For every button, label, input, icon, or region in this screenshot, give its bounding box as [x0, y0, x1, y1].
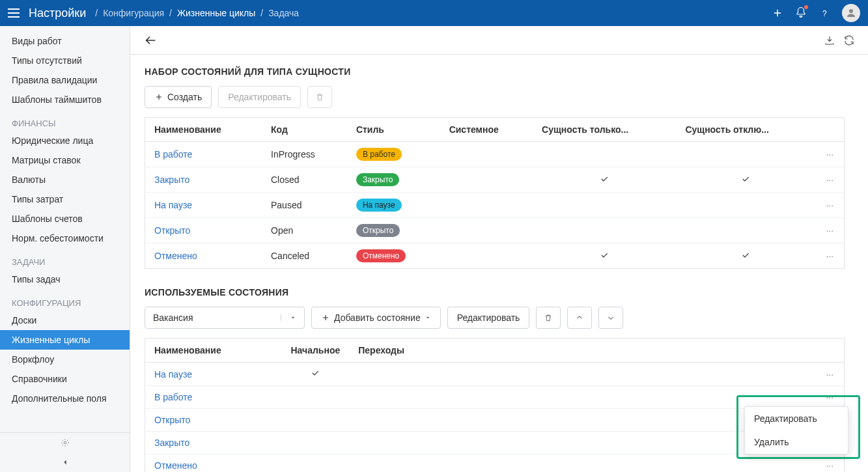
used-state-link[interactable]: Закрыто [154, 437, 189, 448]
sidebar-item[interactable]: Правила валидации [0, 70, 130, 90]
topbar: Настройки / Конфигурация / Жизненные цик… [0, 0, 868, 26]
states-section-title: НАБОР СОСТОЯНИЙ ДЛЯ ТИПА СУЩНОСТИ [145, 66, 845, 77]
table-row[interactable]: Открыто··· [145, 409, 845, 432]
breadcrumb: / Конфигурация / Жизненные циклы / Задач… [95, 8, 299, 18]
row-actions-icon[interactable]: ··· [826, 392, 833, 402]
states-table: НаименованиеКодСтильСистемноеСущность то… [145, 117, 845, 269]
sidebar-item[interactable]: Типы затрат [0, 189, 130, 209]
sidebar-item[interactable]: Дополнительные поля [0, 389, 130, 408]
chevron-down-icon [425, 314, 431, 321]
entity-select[interactable]: Вакансия [145, 307, 305, 329]
delete-states-button[interactable] [307, 86, 332, 108]
page-title: Настройки [29, 7, 86, 20]
plus-icon[interactable] [772, 7, 783, 19]
row-actions-icon[interactable]: ··· [826, 251, 833, 261]
sidebar-item[interactable]: Жизненные циклы [0, 330, 130, 350]
svg-point-1 [64, 441, 66, 444]
used-state-link[interactable]: Отменено [154, 460, 197, 471]
settings-icon[interactable] [0, 433, 130, 452]
state-name-link[interactable]: Закрыто [154, 174, 189, 185]
crumb-task[interactable]: Задача [268, 8, 299, 18]
move-down-button[interactable] [598, 307, 623, 329]
state-name-link[interactable]: Отменено [154, 251, 197, 261]
context-edit[interactable]: Редактировать [745, 407, 848, 430]
row-actions-icon[interactable]: ··· [826, 200, 833, 210]
table-row[interactable]: В работе··· [145, 386, 845, 409]
status-badge: Открыто [356, 224, 400, 237]
sidebar-item[interactable]: Доски [0, 311, 130, 330]
edit-used-button[interactable]: Редактировать [447, 307, 530, 329]
sidebar-item: ФИНАНСЫ [0, 109, 130, 131]
table-row[interactable]: На паузе··· [145, 363, 845, 386]
move-up-button[interactable] [567, 307, 592, 329]
sidebar-item[interactable]: Шаблоны таймшитов [0, 90, 130, 109]
toolbar [130, 26, 868, 55]
used-state-link[interactable]: Открыто [154, 415, 190, 425]
crumb-configuration[interactable]: Конфигурация [103, 8, 164, 18]
sidebar-item[interactable]: Валюты [0, 170, 130, 189]
used-state-link[interactable]: В работе [154, 392, 192, 402]
table-row[interactable]: ОткрытоOpenОткрыто··· [145, 218, 845, 243]
svg-text:?: ? [822, 9, 827, 18]
sidebar-item: ЗАДАЧИ [0, 248, 130, 270]
state-name-link[interactable]: Открыто [154, 225, 190, 236]
menu-icon[interactable] [8, 8, 20, 18]
add-state-button[interactable]: Добавить состояние [311, 307, 441, 329]
state-name-link[interactable]: В работе [154, 149, 192, 160]
notifications-icon[interactable] [795, 7, 807, 20]
table-row[interactable]: Закрыто··· [145, 432, 845, 454]
back-icon[interactable] [143, 33, 158, 48]
sidebar-item[interactable]: Типы задач [0, 270, 130, 289]
table-row[interactable]: В работеInProgressВ работе··· [145, 142, 845, 167]
sidebar: Виды работТипы отсутствийПравила валидац… [0, 26, 130, 472]
sidebar-item: КОНФИГУРАЦИЯ [0, 289, 130, 311]
sidebar-item[interactable]: Шаблоны счетов [0, 209, 130, 229]
refresh-icon[interactable] [843, 35, 855, 46]
sidebar-item[interactable]: Норм. себестоимости [0, 229, 130, 248]
row-actions-icon[interactable]: ··· [826, 174, 833, 185]
used-state-link[interactable]: На паузе [154, 369, 192, 380]
table-row[interactable]: ЗакрытоClosedЗакрыто··· [145, 167, 845, 193]
sidebar-item[interactable]: Справочники [0, 369, 130, 389]
chevron-down-icon [290, 314, 296, 321]
avatar[interactable] [842, 4, 860, 22]
used-states-table: НаименованиеНачальноеПереходы На паузе··… [145, 338, 845, 472]
used-section-title: ИСПОЛЬЗУЕМЫЕ СОСТОЯНИЯ [145, 287, 845, 298]
row-actions-icon[interactable]: ··· [826, 369, 833, 380]
sidebar-item[interactable]: Юридические лица [0, 131, 130, 150]
delete-used-button[interactable] [536, 307, 561, 329]
collapse-sidebar-icon[interactable] [0, 452, 130, 472]
table-row[interactable]: На паузеPausedНа паузе··· [145, 193, 845, 218]
context-menu: Редактировать Удалить [744, 406, 848, 454]
help-icon[interactable]: ? [819, 7, 830, 19]
sidebar-item[interactable]: Воркфлоу [0, 350, 130, 369]
row-actions-icon[interactable]: ··· [826, 149, 833, 160]
status-badge: В работе [356, 148, 402, 161]
create-button[interactable]: Создать [145, 86, 212, 108]
status-badge: Закрыто [356, 173, 400, 186]
edit-states-button[interactable]: Редактировать [218, 86, 301, 108]
status-badge: Отменено [356, 249, 406, 262]
row-actions-icon[interactable]: ··· [826, 225, 833, 236]
context-delete[interactable]: Удалить [745, 430, 848, 454]
download-icon[interactable] [824, 35, 835, 46]
status-badge: На паузе [356, 199, 402, 212]
sidebar-item[interactable]: Типы отсутствий [0, 51, 130, 70]
state-name-link[interactable]: На паузе [154, 200, 192, 210]
crumb-lifecycles[interactable]: Жизненные циклы [177, 8, 255, 18]
sidebar-item[interactable]: Виды работ [0, 31, 130, 51]
table-row[interactable]: ОтмененоCanceledОтменено··· [145, 243, 845, 269]
main: НАБОР СОСТОЯНИЙ ДЛЯ ТИПА СУЩНОСТИ Создат… [130, 26, 868, 472]
table-row[interactable]: Отменено··· [145, 454, 845, 473]
row-actions-icon[interactable]: ··· [826, 460, 833, 471]
sidebar-item[interactable]: Матрицы ставок [0, 150, 130, 170]
